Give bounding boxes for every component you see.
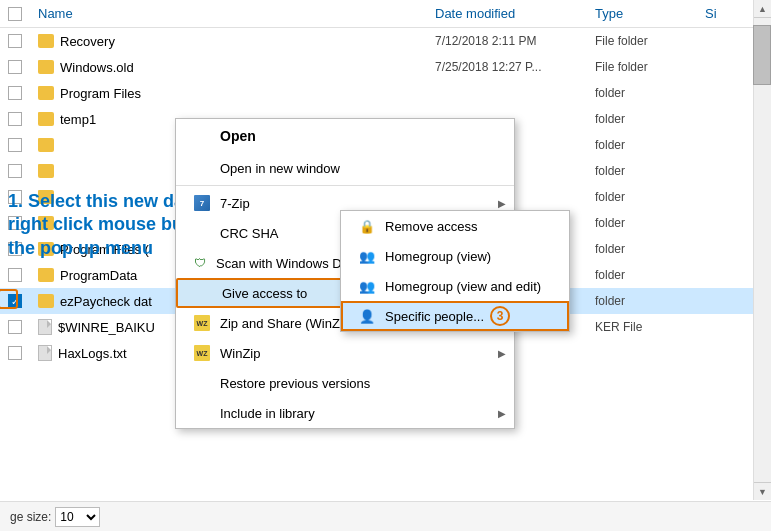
menu-label: Open in new window <box>220 161 498 176</box>
people-icon: 👥 <box>357 246 377 266</box>
file-type: folder <box>595 86 705 100</box>
menu-item-winzip[interactable]: WZ WinZip <box>176 338 514 368</box>
open-icon <box>192 126 212 146</box>
file-type: folder <box>595 242 705 256</box>
file-name: temp1 <box>60 112 96 127</box>
submenu-label: Homegroup (view) <box>385 249 491 264</box>
winzip-icon: WZ <box>192 343 212 363</box>
list-item[interactable]: Program Files folder <box>0 80 753 106</box>
folder-icon <box>38 190 54 204</box>
folder-icon <box>38 216 54 230</box>
file-icon <box>38 345 52 361</box>
file-type: File folder <box>595 34 705 48</box>
defender-icon: 🛡 <box>192 255 208 271</box>
submenu-item-specific-people[interactable]: 👤 Specific people... 3 <box>341 301 569 331</box>
restore-icon <box>192 373 212 393</box>
file-name: ezPaycheck dat <box>60 294 152 309</box>
crc-sha-icon <box>192 223 212 243</box>
folder-icon <box>38 86 54 100</box>
column-headers: Name Date modified Type Si <box>0 0 753 28</box>
type-header[interactable]: Type <box>595 6 705 21</box>
folder-icon <box>38 34 54 48</box>
folder-icon <box>38 112 54 126</box>
file-name: ProgramData <box>60 268 137 283</box>
file-type: folder <box>595 216 705 230</box>
submenu-label: Remove access <box>385 219 477 234</box>
name-header[interactable]: Name <box>38 6 435 21</box>
list-item[interactable]: Recovery 7/12/2018 2:11 PM File folder <box>0 28 753 54</box>
file-name: Program Files ( <box>60 242 149 257</box>
menu-item-restore[interactable]: Restore previous versions <box>176 368 514 398</box>
winzip-express-icon: WZ <box>192 313 212 333</box>
file-type: folder <box>595 164 705 178</box>
submenu-item-remove-access[interactable]: 🔒 Remove access <box>341 211 569 241</box>
folder-icon <box>38 60 54 74</box>
people-edit-icon: 👥 <box>357 276 377 296</box>
scrollbar-track[interactable]: ▲ ▼ <box>753 0 771 500</box>
page-footer: ge size: 8 9 10 11 12 <box>0 501 771 531</box>
folder-icon <box>38 242 54 256</box>
list-item[interactable]: Windows.old 7/25/2018 12:27 P... File fo… <box>0 54 753 80</box>
menu-label: Include in library <box>220 406 498 421</box>
menu-item-open[interactable]: Open <box>176 119 514 153</box>
menu-item-include-library[interactable]: Include in library <box>176 398 514 428</box>
size-header[interactable]: Si <box>705 6 745 21</box>
file-date: 7/25/2018 12:27 P... <box>435 60 595 74</box>
submenu-item-homegroup-view-edit[interactable]: 👥 Homegroup (view and edit) <box>341 271 569 301</box>
file-type: File folder <box>595 60 705 74</box>
folder-icon <box>38 268 54 282</box>
folder-icon <box>38 164 54 178</box>
badge-3: 3 <box>490 306 510 326</box>
specific-people-icon: 👤 <box>357 306 377 326</box>
folder-icon <box>38 294 54 308</box>
date-header[interactable]: Date modified <box>435 6 595 21</box>
file-icon <box>38 319 52 335</box>
open-new-window-icon <box>192 158 212 178</box>
menu-label: Restore previous versions <box>220 376 498 391</box>
folder-icon <box>38 138 54 152</box>
checkbox-col <box>8 7 38 21</box>
submenu-label: Specific people... <box>385 309 484 324</box>
submenu-label: Homegroup (view and edit) <box>385 279 541 294</box>
give-access-icon <box>194 283 214 303</box>
file-name: Recovery <box>60 34 115 49</box>
file-type: KER File <box>595 320 705 334</box>
file-type: folder <box>595 112 705 126</box>
footer-size-select[interactable]: 8 9 10 11 12 <box>55 507 100 527</box>
menu-label: WinZip <box>220 346 498 361</box>
footer-size-label: ge size: <box>10 510 51 524</box>
lock-icon: 🔒 <box>357 216 377 236</box>
menu-separator <box>176 185 514 186</box>
7zip-icon: 7 <box>192 193 212 213</box>
file-type: folder <box>595 294 705 308</box>
file-name: Windows.old <box>60 60 134 75</box>
file-name: $WINRE_BAIKU <box>58 320 155 335</box>
submenu-item-homegroup-view[interactable]: 👥 Homegroup (view) <box>341 241 569 271</box>
file-name: Program Files <box>60 86 141 101</box>
file-type: folder <box>595 268 705 282</box>
menu-label: 7-Zip <box>220 196 498 211</box>
menu-item-open-new-window[interactable]: Open in new window <box>176 153 514 183</box>
scrollbar-thumb[interactable] <box>753 25 771 85</box>
submenu: 🔒 Remove access 👥 Homegroup (view) 👥 Hom… <box>340 210 570 332</box>
include-library-icon <box>192 403 212 423</box>
menu-label: Open <box>220 128 498 144</box>
file-name: HaxLogs.txt <box>58 346 127 361</box>
file-date: 7/12/2018 2:11 PM <box>435 34 595 48</box>
file-type: folder <box>595 138 705 152</box>
file-type: folder <box>595 190 705 204</box>
